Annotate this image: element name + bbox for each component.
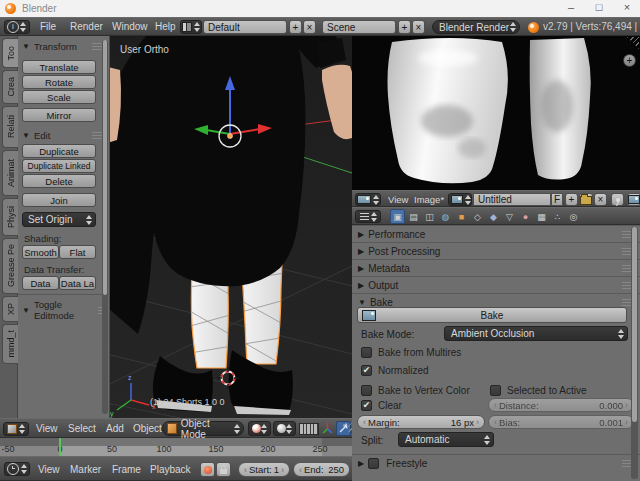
shelf-tab-mmd-tools[interactable]: mmd_t	[2, 324, 18, 364]
vp-menu-view[interactable]: View	[36, 422, 58, 436]
step-right-icon[interactable]: ›	[625, 417, 628, 427]
manipulator-axes-button[interactable]	[320, 421, 335, 436]
clear-checkbox[interactable]: ✔ Clear	[361, 400, 402, 411]
toolshelf-scrollbar[interactable]	[102, 40, 108, 414]
tab-constraints-icon[interactable]: ◇	[470, 209, 485, 224]
add-layout-button[interactable]: +	[289, 20, 302, 34]
img-menu-image[interactable]: Image*	[414, 193, 444, 207]
panel-header-edit[interactable]: ▼ Edit	[22, 130, 102, 141]
render-engine-select[interactable]: Blender Render	[432, 20, 520, 34]
shade-flat-button[interactable]: Flat	[59, 245, 96, 259]
tl-menu-frame[interactable]: Frame	[112, 463, 141, 477]
close-button[interactable]: ×	[614, 0, 640, 16]
timeline-ruler[interactable]: -50 0 50 100 150 200 250	[0, 438, 352, 456]
region-expand-button[interactable]: +	[623, 54, 636, 67]
shelf-tab-tools[interactable]: Too	[2, 38, 18, 68]
screen-layout-field[interactable]: Default	[203, 20, 287, 34]
menu-help[interactable]: Help	[155, 20, 176, 34]
bake-from-multires-checkbox[interactable]: Bake from Multires	[361, 347, 461, 358]
panel-post-processing[interactable]: ▶ Post Processing	[352, 242, 640, 259]
mode-select[interactable]: Object Mode	[162, 421, 244, 436]
tab-texture-icon[interactable]: ▦	[534, 209, 549, 224]
tab-object-data-icon[interactable]: ▽	[502, 209, 517, 224]
add-scene-button[interactable]: +	[398, 20, 411, 34]
step-right-icon[interactable]: ›	[281, 465, 284, 475]
step-left-icon[interactable]: ‹	[299, 465, 302, 475]
join-button[interactable]: Join	[22, 193, 96, 207]
step-left-icon[interactable]: ‹	[494, 400, 497, 410]
normalized-checkbox[interactable]: ✔ Normalized	[361, 365, 429, 376]
data-button[interactable]: Data	[22, 276, 59, 290]
shelf-tab-grease-pencil[interactable]: Grease Pe	[2, 238, 18, 294]
step-left-icon[interactable]: ‹	[363, 417, 366, 427]
image-name-field[interactable]: Untitled	[473, 193, 551, 206]
end-frame-field[interactable]: ‹ End: 250	[293, 462, 350, 477]
image-editor-canvas[interactable]: +	[352, 36, 640, 190]
tl-menu-playback[interactable]: Playback	[150, 463, 191, 477]
editor-type-timeline-button[interactable]	[4, 462, 30, 476]
split-select[interactable]: Automatic	[398, 432, 494, 447]
screen-layout-browse-button[interactable]	[180, 20, 202, 34]
tl-menu-marker[interactable]: Marker	[70, 463, 101, 477]
pivot-point-select[interactable]	[248, 421, 271, 436]
delete-layout-button[interactable]: ×	[303, 20, 316, 34]
data-layout-button[interactable]: Data La	[59, 276, 96, 290]
tab-render-icon[interactable]: ▣	[390, 209, 405, 224]
set-origin-select[interactable]: Set Origin	[22, 212, 96, 227]
menu-render[interactable]: Render	[70, 20, 103, 34]
editor-type-3dview-button[interactable]	[3, 422, 29, 436]
bake-button[interactable]: Bake	[357, 307, 627, 323]
tab-scene-icon[interactable]: ◫	[422, 209, 437, 224]
tab-modifiers-icon[interactable]: ◆	[486, 209, 501, 224]
step-left-icon[interactable]: ‹	[244, 465, 247, 475]
distance-field[interactable]: ‹ Distance: 0.000 ›	[488, 398, 634, 412]
shelf-tab-create[interactable]: Crea	[2, 70, 18, 104]
menu-file[interactable]: File	[40, 20, 56, 34]
keyframe-lock-button[interactable]	[216, 462, 231, 477]
duplicate-linked-button[interactable]: Duplicate Linked	[22, 159, 96, 173]
step-right-icon[interactable]: ›	[625, 400, 628, 410]
open-image-button[interactable]	[579, 193, 593, 206]
shelf-tab-relations[interactable]: Relati	[2, 106, 18, 148]
shade-smooth-button[interactable]: Smooth	[22, 245, 59, 259]
shelf-tab-xp[interactable]: XP	[2, 296, 18, 322]
tab-material-icon[interactable]: ●	[518, 209, 533, 224]
editor-type-info-button[interactable]: i	[4, 20, 30, 34]
step-left-icon[interactable]: ‹	[494, 417, 497, 427]
tab-world-icon[interactable]: ◍	[438, 209, 453, 224]
panel-header-toggle-editmode[interactable]: ▼ Toggle Editmode	[22, 299, 106, 321]
panel-performance[interactable]: ▶ Performance	[352, 225, 640, 242]
scale-button[interactable]: Scale	[22, 90, 96, 104]
scene-field[interactable]: Scene	[322, 20, 396, 34]
translate-button[interactable]: Translate	[22, 60, 96, 74]
maximize-button[interactable]: □	[586, 0, 612, 16]
vp-menu-add[interactable]: Add	[106, 422, 124, 436]
playhead[interactable]	[59, 438, 61, 456]
tab-render-layers-icon[interactable]: ▤	[406, 209, 421, 224]
fake-user-button[interactable]: F	[551, 193, 563, 206]
selected-to-active-checkbox[interactable]: Selected to Active	[490, 385, 587, 396]
mirror-button[interactable]: Mirror	[22, 108, 96, 122]
vp-menu-object[interactable]: Object	[133, 422, 162, 436]
image-browse-button[interactable]	[448, 193, 472, 206]
viewport-3d[interactable]: z x y User Ortho (1) 24 Shorts 1 0 0 Too…	[0, 36, 352, 418]
new-image-button[interactable]: +	[565, 193, 578, 206]
panel-metadata[interactable]: ▶ Metadata	[352, 259, 640, 276]
unlink-image-button[interactable]: ×	[594, 193, 607, 206]
properties-scrollbar[interactable]	[631, 227, 638, 479]
freestyle-checkbox[interactable]	[368, 458, 379, 469]
bake-to-vertex-color-checkbox[interactable]: Bake to Vertex Color	[361, 385, 470, 396]
rotate-button[interactable]: Rotate	[22, 75, 96, 89]
delete-button[interactable]: Delete	[22, 174, 96, 188]
tl-menu-view[interactable]: View	[38, 463, 60, 477]
shelf-tab-animation[interactable]: Animat	[2, 150, 18, 196]
minimize-button[interactable]: –	[558, 0, 584, 16]
img-menu-view[interactable]: View	[388, 193, 408, 207]
bias-field[interactable]: ‹ Bias: 0.001 ›	[488, 415, 634, 429]
menu-window[interactable]: Window	[112, 20, 148, 34]
panel-output[interactable]: ▶ Output	[352, 276, 640, 293]
duplicate-button[interactable]: Duplicate	[22, 144, 96, 158]
tab-particles-icon[interactable]: ∴	[550, 209, 565, 224]
margin-field[interactable]: ‹ Margin: 16 px ›	[357, 415, 485, 429]
vp-menu-select[interactable]: Select	[68, 422, 96, 436]
